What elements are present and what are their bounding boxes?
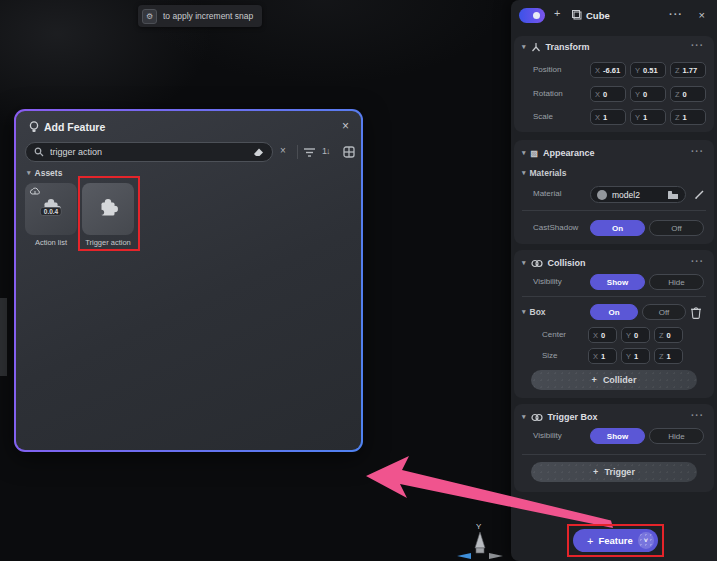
center-z-input[interactable]: Z0 (654, 327, 683, 343)
material-selector[interactable]: model2 (590, 186, 686, 203)
materials-label: Materials (530, 168, 567, 178)
axis-value: 0 (643, 90, 647, 99)
section-menu-icon[interactable]: ··· (691, 40, 704, 51)
clear-search-icon[interactable]: × (280, 145, 286, 156)
material-swatch (597, 190, 607, 200)
materials-subheader[interactable]: ▾ Materials (522, 168, 566, 178)
trigger-button-label: Trigger (604, 467, 635, 477)
highlight-box-trigger-action (78, 176, 140, 251)
position-z-input[interactable]: Z1.77 (670, 62, 706, 78)
trigger-hide-button[interactable]: Hide (649, 428, 704, 444)
modifier-key-icon: ⚙ (142, 9, 157, 24)
assets-section-header[interactable]: ▾ Assets (27, 168, 62, 178)
section-menu-icon[interactable]: ··· (691, 256, 704, 267)
add-feature-dialog: Add Feature × × 1↓ ▾ (14, 109, 363, 452)
castshadow-on-button[interactable]: On (590, 220, 645, 236)
axis-letter: X (595, 113, 600, 122)
scale-x-input[interactable]: X1 (590, 109, 626, 125)
appearance-section: ▾ ▨ Appearance ··· ▾ Materials Material … (514, 140, 714, 244)
size-x-input[interactable]: X1 (588, 348, 617, 364)
trigger-visibility-label: Visibility (533, 431, 562, 440)
trash-icon[interactable] (690, 306, 702, 319)
chevron-down-icon: ▾ (522, 149, 526, 157)
box-subheader[interactable]: ▾ Box (522, 307, 546, 317)
material-name: model2 (612, 190, 662, 200)
chevron-down-icon: ▾ (522, 413, 526, 421)
version-badge: 0.0.4 (40, 207, 62, 216)
axis-value: 1 (683, 113, 687, 122)
position-x-input[interactable]: X-6.61 (590, 62, 626, 78)
chevron-down-icon: ▾ (522, 259, 526, 267)
asset-card-action-list[interactable]: 0.0.4 (25, 183, 77, 235)
search-text-field[interactable] (50, 147, 247, 157)
panel-close-icon[interactable]: × (699, 9, 705, 21)
axis-value: 0.51 (643, 66, 658, 75)
axis-letter: Y (626, 331, 631, 340)
sort-icon[interactable]: 1↓ (322, 146, 330, 156)
box-label: Box (530, 307, 546, 317)
axis-value: -6.61 (603, 66, 620, 75)
section-title: Trigger Box (548, 412, 598, 422)
filter-icon[interactable] (303, 147, 316, 158)
add-collider-button[interactable]: + Collider (531, 370, 697, 390)
grid-view-icon[interactable] (343, 146, 355, 158)
dialog-title: Add Feature (44, 121, 105, 133)
assets-label: Assets (35, 168, 63, 178)
appearance-icon: ▨ (531, 149, 539, 158)
plus-icon: + (593, 467, 598, 477)
position-y-input[interactable]: Y0.51 (630, 62, 666, 78)
trigger-box-section-header[interactable]: ▾ Trigger Box (522, 412, 598, 422)
translate-gizmo[interactable]: Y (447, 522, 513, 561)
section-divider (522, 296, 706, 297)
axis-letter: Y (635, 113, 640, 122)
folder-icon[interactable] (667, 190, 679, 200)
center-label: Center (542, 330, 566, 339)
add-icon[interactable]: + (554, 7, 560, 19)
section-divider (522, 454, 706, 455)
dialog-close-icon[interactable]: × (342, 119, 349, 133)
axis-value: 0 (683, 90, 687, 99)
mode-toggle[interactable] (519, 8, 545, 23)
size-y-input[interactable]: Y1 (621, 348, 650, 364)
castshadow-off-button[interactable]: Off (649, 220, 704, 236)
edit-pencil-icon[interactable] (694, 189, 705, 200)
rotation-label: Rotation (533, 89, 563, 98)
section-title: Collision (548, 258, 586, 268)
size-z-input[interactable]: Z1 (654, 348, 683, 364)
center-x-input[interactable]: X0 (588, 327, 617, 343)
center-y-input[interactable]: Y0 (621, 327, 650, 343)
box-off-button[interactable]: Off (642, 304, 686, 320)
scale-z-input[interactable]: Z1 (670, 109, 706, 125)
chevron-down-icon: ▾ (522, 43, 526, 51)
section-title: Appearance (543, 148, 595, 158)
material-label: Material (533, 189, 561, 198)
rotation-y-input[interactable]: Y0 (630, 86, 666, 102)
appearance-section-header[interactable]: ▾ ▨ Appearance (522, 148, 595, 158)
rotation-z-input[interactable]: Z0 (670, 86, 706, 102)
trigger-show-button[interactable]: Show (590, 428, 645, 444)
panel-menu-icon[interactable]: ··· (669, 8, 683, 20)
axis-value: 0 (634, 331, 638, 340)
transform-section-header[interactable]: ▾ Transform (522, 42, 590, 52)
collision-section-header[interactable]: ▾ Collision (522, 258, 586, 268)
axis-letter: Z (659, 352, 664, 361)
collision-show-button[interactable]: Show (590, 274, 645, 290)
feature-search-input[interactable] (25, 142, 273, 162)
rotation-x-input[interactable]: X0 (590, 86, 626, 102)
add-trigger-button[interactable]: + Trigger (531, 462, 697, 482)
scale-y-input[interactable]: Y1 (630, 109, 666, 125)
axis-letter: X (593, 331, 598, 340)
eraser-icon[interactable] (253, 147, 264, 157)
increment-snap-tooltip: ⚙ to apply increment snap (138, 5, 262, 27)
search-icon (34, 147, 44, 157)
collision-visibility-label: Visibility (533, 277, 562, 286)
section-menu-icon[interactable]: ··· (691, 146, 704, 157)
selected-object-title: Cube (586, 10, 610, 21)
axis-value: 0 (603, 90, 607, 99)
axis-value: 0 (667, 331, 671, 340)
axis-value: 1 (634, 352, 638, 361)
box-on-button[interactable]: On (590, 304, 638, 320)
section-menu-icon[interactable]: ··· (691, 410, 704, 421)
axis-value: 1 (667, 352, 671, 361)
collision-hide-button[interactable]: Hide (649, 274, 704, 290)
